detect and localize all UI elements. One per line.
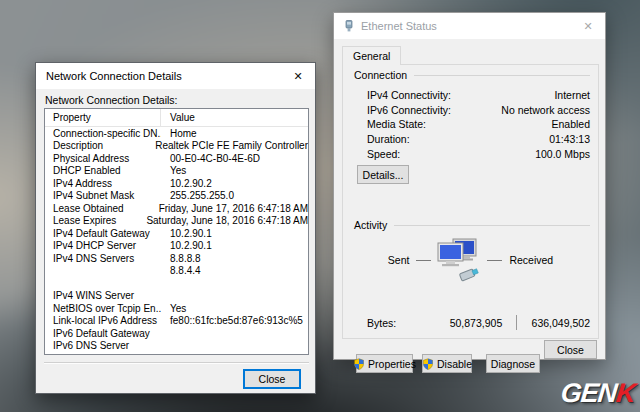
group-line	[394, 225, 590, 226]
listview-header: Property Value	[45, 109, 308, 127]
value-cell: 10.2.90.1	[161, 240, 308, 251]
status-label: Media State:	[367, 118, 426, 130]
property-cell: Lease Obtained	[45, 203, 150, 214]
table-row[interactable]: Link-local IPv6 Address fe80::61fc:be5d:…	[45, 315, 308, 328]
ncd-list-label: Network Connection Details:	[45, 94, 177, 106]
status-value: Internet	[554, 89, 590, 101]
bytes-label: Bytes:	[367, 317, 439, 329]
details-listview[interactable]: Property Value Connection-specific DN...…	[44, 108, 309, 355]
close-icon[interactable]: ✕	[571, 20, 605, 33]
received-dash	[487, 260, 502, 261]
value-cell: 255.255.255.0	[161, 190, 308, 201]
table-row[interactable]: IPv4 Subnet Mask 255.255.255.0	[45, 190, 308, 203]
diagnose-button[interactable]: Diagnose	[486, 354, 540, 373]
table-row[interactable]: Connection-specific DN... Home	[45, 127, 308, 140]
value-cell: 8.8.4.4	[161, 265, 308, 276]
table-row[interactable]: IPv4 DNS Servers 8.8.8.8	[45, 252, 308, 265]
status-row: IPv4 Connectivity: Internet	[367, 88, 590, 103]
disable-button-label: Disable	[437, 358, 472, 370]
network-computers-icon	[436, 238, 482, 282]
activity-group-label: Activity	[354, 219, 387, 231]
property-cell: IPv4 Address	[45, 178, 161, 189]
value-cell: Home	[161, 128, 308, 139]
bytes-sent-value: 50,873,905	[439, 317, 516, 329]
property-cell: Physical Address	[45, 153, 161, 164]
table-row[interactable]: Description Realtek PCIe FE Family Contr…	[45, 140, 308, 153]
status-label: IPv6 Connectivity:	[367, 104, 451, 116]
bytes-row: Bytes: 50,873,905 636,049,502	[367, 315, 590, 330]
sent-received-row: Sent Received	[343, 237, 598, 283]
eth-window-title: Ethernet Status	[355, 20, 571, 32]
property-cell: IPv4 DHCP Server	[45, 240, 161, 251]
sent-label: Sent	[388, 254, 410, 266]
column-header-property[interactable]: Property	[45, 109, 161, 126]
general-tab-page: Connection IPv4 Connectivity: Internet I…	[342, 64, 599, 339]
eth-close-button[interactable]: Close	[544, 340, 597, 359]
eth-titlebar[interactable]: Ethernet Status ✕	[334, 13, 605, 39]
property-cell: Connection-specific DN...	[45, 128, 161, 139]
table-row[interactable]: 8.8.4.4	[45, 265, 308, 278]
disable-button[interactable]: Disable	[422, 354, 472, 373]
value-cell: 10.2.90.1	[161, 228, 308, 239]
status-label: Duration:	[367, 133, 410, 145]
diagnose-button-label: Diagnose	[491, 358, 535, 370]
property-cell: IPv6 Default Gateway	[45, 328, 161, 339]
table-row[interactable]: IPv6 DNS Server	[45, 340, 308, 353]
table-row[interactable]: Lease Expires Saturday, June 18, 2016 6:…	[45, 215, 308, 228]
listview-rows: Connection-specific DN... Home Descripti…	[45, 127, 308, 352]
status-label: IPv4 Connectivity:	[367, 89, 451, 101]
table-row[interactable]: Physical Address 00-E0-4C-B0-4E-6D	[45, 152, 308, 165]
value-cell: 8.8.8.8	[161, 253, 308, 264]
column-header-value[interactable]: Value	[161, 112, 308, 123]
status-value: Enabled	[551, 118, 590, 130]
value-cell: Realtek PCIe FE Family Controller	[146, 140, 308, 151]
uac-shield-icon	[422, 358, 434, 370]
table-row[interactable]: Lease Obtained Friday, June 17, 2016 6:4…	[45, 202, 308, 215]
status-value: No network access	[501, 104, 590, 116]
activity-group: Activity	[354, 219, 598, 231]
uac-shield-icon	[353, 358, 365, 370]
property-cell: IPv4 Subnet Mask	[45, 190, 161, 201]
table-row[interactable]: IPv4 WINS Server	[45, 290, 308, 303]
property-cell: IPv4 Default Gateway	[45, 228, 161, 239]
table-row[interactable]: DHCP Enabled Yes	[45, 165, 308, 178]
status-row: Media State: Enabled	[367, 117, 590, 132]
value-cell: 10.2.90.2	[161, 178, 308, 189]
status-row: IPv6 Connectivity: No network access	[367, 103, 590, 118]
property-cell: IPv4 WINS Server	[45, 290, 161, 301]
genk-logo: GENK	[559, 378, 636, 409]
connection-rows: IPv4 Connectivity: Internet IPv6 Connect…	[367, 88, 590, 161]
value-cell: 00-E0-4C-B0-4E-6D	[161, 153, 308, 164]
status-value: 100.0 Mbps	[535, 148, 590, 160]
close-icon[interactable]: ✕	[281, 70, 315, 83]
value-cell: Saturday, June 18, 2016 6:47:18 AM	[137, 215, 308, 226]
genk-logo-k: K	[615, 378, 637, 408]
ncd-titlebar[interactable]: Network Connection Details ✕	[36, 63, 315, 89]
details-button[interactable]: Details...	[357, 165, 409, 184]
table-row[interactable]: IPv4 Default Gateway 10.2.90.1	[45, 227, 308, 240]
table-row[interactable]	[45, 277, 308, 290]
property-cell: Link-local IPv6 Address	[45, 315, 161, 326]
table-row[interactable]: NetBIOS over Tcpip En... Yes	[45, 302, 308, 315]
status-row: Duration: 01:43:13	[367, 132, 590, 147]
property-cell: Lease Expires	[45, 215, 137, 226]
genk-logo-gen: GEN	[559, 378, 618, 408]
group-line	[414, 75, 590, 76]
property-cell: NetBIOS over Tcpip En...	[45, 303, 161, 314]
table-row[interactable]: IPv4 DHCP Server 10.2.90.1	[45, 240, 308, 253]
status-label: Speed:	[367, 148, 400, 160]
value-cell: Yes	[161, 303, 308, 314]
ncd-close-button[interactable]: Close	[243, 369, 301, 389]
tab-general[interactable]: General	[342, 46, 401, 65]
table-row[interactable]: IPv4 Address 10.2.90.2	[45, 177, 308, 190]
received-label: Received	[509, 254, 553, 266]
ethernet-status-dialog: Ethernet Status ✕ General Connection IPv…	[333, 12, 606, 360]
value-cell: fe80::61fc:be5d:87e6:913c%5	[161, 315, 308, 326]
ncd-window-title: Network Connection Details	[36, 70, 281, 82]
status-row: Speed: 100.0 Mbps	[367, 146, 590, 161]
property-cell: DHCP Enabled	[45, 165, 161, 176]
bytes-received-value: 636,049,502	[517, 317, 590, 329]
property-cell: Description	[45, 140, 146, 151]
table-row[interactable]: IPv6 Default Gateway	[45, 327, 308, 340]
properties-button[interactable]: Properties	[356, 354, 413, 373]
